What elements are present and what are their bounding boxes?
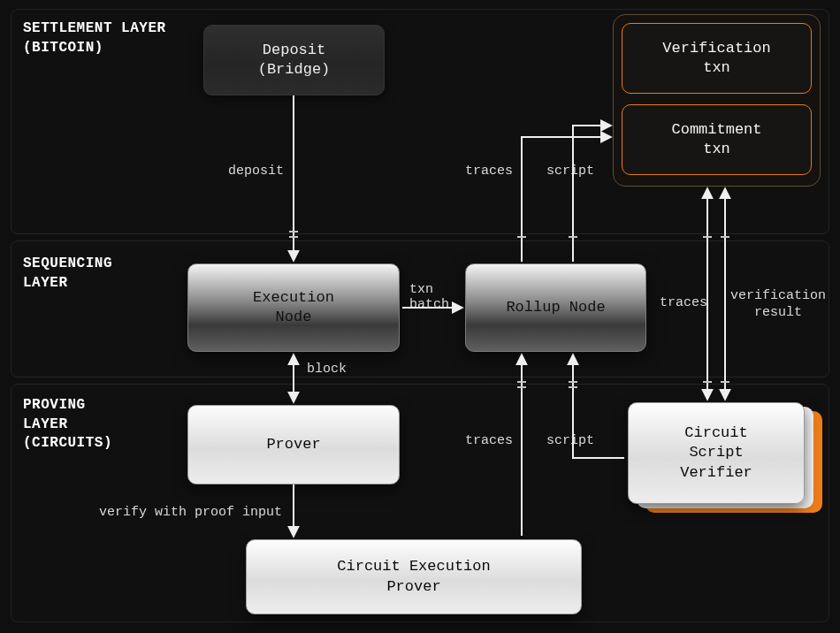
commitment-txn-node: Commitment txn — [622, 104, 812, 175]
edge-label-traces-top: traces — [465, 164, 513, 179]
edge-label-verification-result: verification result — [730, 288, 826, 322]
edge-label-traces-mid: traces — [465, 433, 513, 448]
prover-node: Prover — [187, 405, 400, 484]
verification-txn-node: Verification txn — [622, 23, 812, 94]
edge-label-script-top: script — [546, 164, 594, 179]
edge-label-script-mid: script — [546, 433, 594, 448]
edge-label-traces-right: traces — [660, 295, 707, 310]
proving-layer-label: PROVING LAYER (CIRCUITS) — [23, 396, 112, 454]
execution-node: Execution Node — [187, 263, 400, 352]
sequencing-layer-label: SEQUENCING LAYER — [23, 255, 112, 293]
edge-label-block: block — [307, 362, 347, 377]
edge-label-verify-proof: verify with proof input — [99, 505, 282, 520]
deposit-node: Deposit (Bridge) — [203, 25, 385, 95]
edge-label-deposit: deposit — [228, 164, 284, 179]
circuit-execution-prover-node: Circuit Execution Prover — [246, 539, 582, 614]
circuit-script-verifier-node: Circuit Script Verifier — [628, 402, 805, 504]
edge-label-txn-batch: txn batch — [409, 282, 449, 312]
rollup-node: Rollup Node — [465, 263, 646, 352]
settlement-layer-label: SETTLEMENT LAYER (BITCOIN) — [23, 19, 166, 57]
